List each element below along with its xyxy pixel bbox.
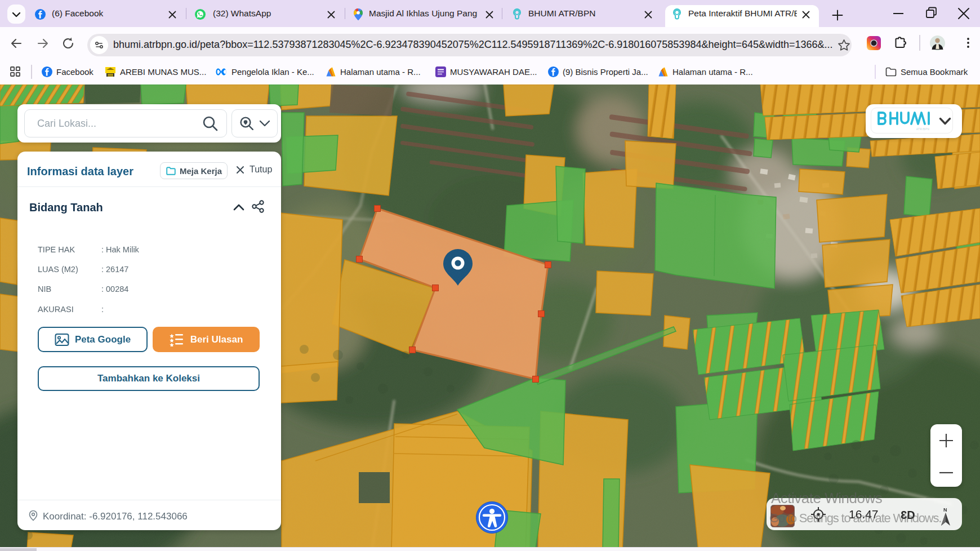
svg-text:N: N [943, 507, 947, 513]
